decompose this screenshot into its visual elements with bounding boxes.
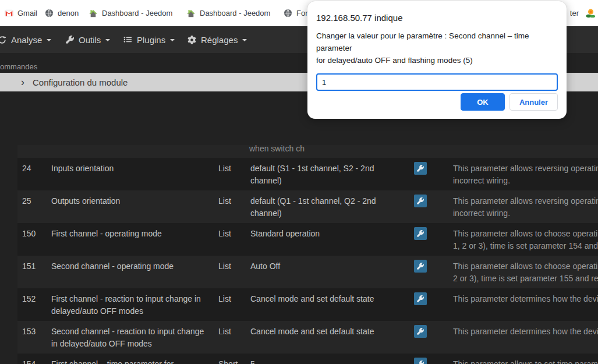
parameter-type: List bbox=[218, 162, 231, 175]
parameter-value: Cancel mode and set default state bbox=[250, 326, 374, 338]
list-icon bbox=[123, 36, 132, 44]
parameter-id: 152 bbox=[22, 293, 36, 305]
gear-icon bbox=[187, 36, 196, 44]
parameter-id: 151 bbox=[22, 260, 36, 273]
dialog-title: 192.168.50.77 indique bbox=[316, 13, 558, 23]
parameter-name: First channel - operating mode bbox=[51, 228, 162, 240]
edit-parameter-button[interactable] bbox=[414, 260, 427, 273]
nav-item-plugins[interactable]: Plugins bbox=[123, 26, 175, 53]
ok-button[interactable]: OK bbox=[461, 93, 505, 111]
parameter-type: Short bbox=[218, 358, 238, 364]
refresh-icon bbox=[0, 36, 6, 44]
parameter-value: Auto Off bbox=[250, 260, 280, 273]
table-row-parameter-151: 151Second channel - operating modeListAu… bbox=[17, 256, 598, 288]
bookmark-item[interactable]: Dashboard - Jeedom bbox=[89, 0, 172, 26]
parameter-type: List bbox=[218, 260, 231, 273]
parameter-name: Second channel - operating mode bbox=[51, 260, 174, 273]
nav-label: Plugins bbox=[137, 35, 165, 45]
parameter-description: This parameter determines how the devi bbox=[453, 293, 598, 305]
table-row-parameter-153: 153Second channel - reaction to input ch… bbox=[17, 321, 598, 354]
parameter-name: Second channel - reaction to input chang… bbox=[51, 326, 204, 350]
table-row-parameter-25: 25Outputs orientationListdefault (Q1 - 1… bbox=[17, 190, 598, 223]
parameter-type: List bbox=[218, 326, 231, 338]
dialog-message-line2: for delayed/auto OFF and flashing modes … bbox=[316, 54, 558, 66]
parameter-id: 153 bbox=[22, 326, 36, 338]
gmail-icon bbox=[5, 9, 13, 17]
bookmark-label: Dashboard - Jeedom bbox=[102, 9, 172, 17]
wrench-icon bbox=[66, 36, 74, 44]
nav-label: Analyse bbox=[11, 35, 42, 45]
dialog-value-input[interactable] bbox=[316, 73, 558, 91]
table-row-partial: when switch ch bbox=[17, 145, 598, 158]
parameter-name: Inputs orientation bbox=[51, 162, 114, 175]
table-row-parameter-150: 150First channel - operating modeListSta… bbox=[17, 223, 598, 256]
jeedom-home-icon bbox=[89, 9, 98, 18]
edit-parameter-button[interactable] bbox=[414, 195, 427, 207]
commands-tab-partial-label[interactable]: ommandes bbox=[0, 62, 37, 71]
parameters-table: when switch ch 24Inputs orientationListd… bbox=[17, 145, 598, 364]
chevron-down-icon bbox=[47, 39, 51, 41]
parameter-value: default (Q1 - 1st channel, Q2 - 2ndchann… bbox=[250, 195, 376, 220]
section-title: Configuration du module bbox=[33, 77, 128, 87]
parameter-description: This parameter allows to set time parame bbox=[453, 358, 598, 364]
parameter-value: Standard operation bbox=[250, 228, 320, 240]
parameter-id: 150 bbox=[22, 228, 36, 240]
parameter-value: 5 bbox=[250, 358, 255, 364]
parameter-description: This parameter allows to choose operatin… bbox=[453, 260, 598, 285]
bookmark-label: Gmail bbox=[17, 9, 37, 17]
chevron-down-icon bbox=[105, 39, 110, 41]
parameter-id: 25 bbox=[22, 195, 31, 207]
parameter-type: List bbox=[218, 195, 231, 207]
parameter-description: This parameter allows reversing operatin… bbox=[453, 162, 598, 187]
chevron-down-icon bbox=[170, 39, 175, 41]
flower-icon[interactable] bbox=[586, 8, 596, 18]
parameter-value: default (S1 - 1st channel, S2 - 2ndchann… bbox=[250, 162, 374, 187]
bookmark-item[interactable]: Dashboard - Jeedom bbox=[186, 0, 270, 26]
edit-parameter-button[interactable] bbox=[414, 292, 427, 305]
edit-parameter-button[interactable] bbox=[414, 227, 427, 240]
bookmark-label: denon bbox=[58, 9, 79, 17]
table-row-parameter-24: 24Inputs orientationListdefault (S1 - 1s… bbox=[17, 158, 598, 190]
edit-parameter-button[interactable] bbox=[414, 325, 427, 338]
table-row-parameter-154: 154First channel – time parameter fordel… bbox=[17, 354, 598, 364]
edit-parameter-button[interactable] bbox=[414, 162, 427, 175]
chevron-down-icon bbox=[242, 39, 247, 41]
nav-item-outils[interactable]: Outils bbox=[66, 26, 110, 53]
edit-parameter-button[interactable] bbox=[414, 358, 427, 364]
parameter-description: This parameter determines how the devi bbox=[453, 326, 598, 338]
globe-icon bbox=[284, 9, 292, 17]
parameter-name: First channel - reaction to input change… bbox=[51, 293, 201, 317]
jeedom-home-icon bbox=[186, 9, 196, 18]
nav-label: Réglages bbox=[201, 35, 238, 45]
nav-item-reglages[interactable]: Réglages bbox=[187, 26, 247, 53]
table-row-parameter-152: 152First channel - reaction to input cha… bbox=[17, 288, 598, 321]
parameter-value-partial: when switch ch bbox=[249, 144, 305, 153]
parameter-description: This parameter allows reversing operatin… bbox=[453, 195, 598, 220]
nav-label: Outils bbox=[79, 35, 101, 45]
parameter-value: Cancel mode and set default state bbox=[250, 293, 374, 305]
parameter-name: First channel – time parameter fordelaye… bbox=[51, 358, 189, 364]
parameter-id: 24 bbox=[22, 162, 31, 175]
bookmark-label: Dashboard - Jeedom bbox=[200, 9, 270, 17]
bookmark-item[interactable]: Gmail bbox=[5, 0, 37, 26]
browser-prompt-dialog: 192.168.50.77 indique Changer la valeur … bbox=[307, 1, 567, 119]
globe-icon bbox=[45, 9, 54, 17]
parameter-type: List bbox=[218, 228, 231, 240]
parameter-name: Outputs orientation bbox=[51, 195, 120, 207]
dialog-message-line1: Changer la valeur pour le paramètre : Se… bbox=[316, 30, 558, 54]
bookmark-partial-label[interactable]: ter bbox=[570, 9, 579, 17]
nav-item-analyse[interactable]: Analyse bbox=[0, 26, 51, 53]
cancel-button[interactable]: Annuler bbox=[509, 93, 558, 111]
dialog-message: Changer la valeur pour le paramètre : Se… bbox=[316, 30, 558, 66]
parameter-id: 154 bbox=[22, 358, 36, 364]
bookmark-item[interactable]: denon bbox=[45, 0, 79, 26]
chevron-right-icon: › bbox=[21, 77, 24, 87]
parameter-type: List bbox=[218, 293, 231, 305]
parameter-description: This parameter allows to choose operatin… bbox=[453, 228, 598, 252]
